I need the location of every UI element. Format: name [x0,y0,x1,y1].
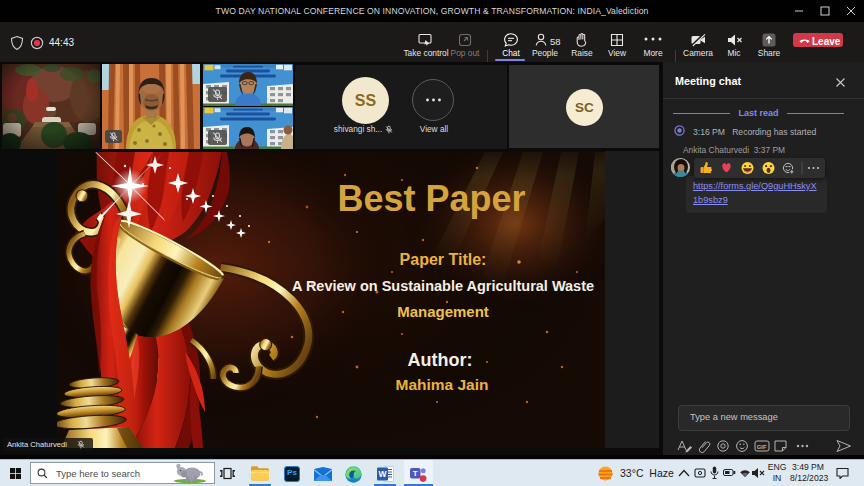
svg-text:Paper Title:: Paper Title: [400,251,487,268]
svg-text:A Review on Sustainable Agricu: A Review on Sustainable Agricultural Was… [292,278,594,294]
svg-text:GIF: GIF [757,444,767,450]
svg-text:Best Paper: Best Paper [337,178,525,219]
svg-text:Author:: Author: [408,350,473,370]
svg-text:Management: Management [397,303,489,320]
svg-text:T: T [413,469,418,478]
svg-text:Mahima Jain: Mahima Jain [395,376,488,393]
svg-text:W: W [378,469,387,479]
